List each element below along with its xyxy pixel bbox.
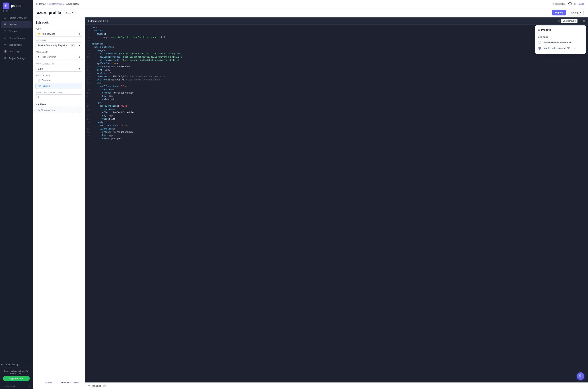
sidebar-item-audit-logs[interactable]: 📋 Audit Logs bbox=[1, 48, 31, 55]
new-manifest-label: New manifest bbox=[41, 109, 55, 111]
split-view-icon[interactable]: ⧉ bbox=[558, 19, 560, 23]
code-editor-area: hellouniverse 1.2.0 ⧉ Use defaults ⋮ ✕ 1… bbox=[85, 17, 588, 389]
code-line: 16 dbPassword: REPLACE_ME # Add base64 e… bbox=[85, 75, 588, 78]
pack-version-select[interactable]: 1.2.0 ▾ bbox=[35, 66, 82, 71]
preset-option-disable[interactable]: Disable Hello Universe API bbox=[538, 40, 583, 45]
registry-label: Registry bbox=[35, 40, 82, 42]
sidebar-bottom: Start small and only pay for what you us… bbox=[0, 368, 33, 383]
workspaces-icon: ⧉ bbox=[4, 43, 7, 46]
pack-details-section: Pack Details 📄 Readme </> Values bbox=[35, 74, 82, 89]
confirm-create-button[interactable]: Confirm & Create bbox=[56, 380, 82, 385]
sidebar: P palette 4.4.19 ⊞ Project Overview ☰ Pr… bbox=[0, 0, 33, 389]
registry-tag: oci bbox=[71, 44, 75, 46]
code-line: 1pack: bbox=[85, 26, 588, 29]
type-select[interactable]: 📂 App services ▾ bbox=[35, 31, 82, 37]
code-line: 28 key: app bbox=[85, 114, 588, 118]
close-icon[interactable]: ✕ bbox=[583, 19, 585, 22]
code-line: 17 authToken: REPLACE_ME # Add base64 en… bbox=[85, 78, 588, 82]
registry-select[interactable]: Palette Community Registry oci ▾ bbox=[35, 42, 82, 48]
topbar-current-profile: azure-profile bbox=[66, 3, 80, 5]
use-defaults-button[interactable]: Use defaults bbox=[561, 19, 578, 23]
code-line: 30 postgres: bbox=[85, 121, 588, 124]
pack-details-label: Pack Details bbox=[35, 74, 82, 77]
tenant-settings-icon: ⚙ bbox=[1, 363, 3, 366]
sidebar-item-tenant-settings[interactable]: ⚙ Tenant Settings bbox=[0, 362, 33, 367]
code-line: 22 key: app bbox=[85, 95, 588, 98]
topbar-project[interactable]: Default bbox=[39, 3, 46, 5]
radio-disable[interactable] bbox=[538, 41, 541, 44]
chevron-up-icon[interactable]: ∧ bbox=[538, 28, 540, 31]
chevron-down-icon: ▾ bbox=[580, 11, 581, 14]
plus-circle-icon: ⊕ bbox=[38, 109, 40, 111]
sidebar-item-label: Project Overview bbox=[9, 17, 27, 19]
docs-link[interactable]: Docs bbox=[579, 2, 584, 5]
sidebar-item-cluster-groups[interactable]: ⬡ Cluster Groups bbox=[1, 35, 31, 41]
preset-option-enable[interactable]: Enable Hello Universe API ← bbox=[538, 45, 583, 51]
pack-version-field: Pack Version i 1.2.0 ▾ bbox=[35, 63, 82, 71]
clusters-icon: ⬡ bbox=[4, 30, 7, 33]
chevron-down-icon: ▾ bbox=[79, 56, 80, 58]
sidebar-item-project-settings[interactable]: ⚙ Project Settings bbox=[1, 55, 31, 61]
chat-icon[interactable]: 💬 bbox=[568, 2, 572, 6]
cancel-button[interactable]: Cancel bbox=[42, 380, 55, 385]
deploy-button[interactable]: Deploy bbox=[552, 10, 566, 15]
sidebar-item-workspaces[interactable]: ⧉ Workspaces bbox=[1, 41, 31, 48]
install-order-input[interactable] bbox=[35, 95, 82, 100]
variables-bar[interactable]: ∨ Variables ? bbox=[85, 383, 588, 389]
pack-name-value: Hello Universe bbox=[41, 56, 56, 58]
version-selector[interactable]: 1.0.0 ▾ bbox=[64, 10, 75, 15]
variables-info-icon[interactable]: ? bbox=[103, 385, 106, 387]
cluster-groups-icon: ⬡ bbox=[4, 36, 7, 39]
code-line: 5 bbox=[85, 39, 588, 42]
upgrade-button[interactable]: Upgrade now bbox=[3, 376, 30, 381]
topbar-actions: 1.29/100kCh 💬 ⊕ Docs bbox=[552, 2, 584, 6]
content-area: Edit pack Type 📂 App services ▾ Registry… bbox=[33, 17, 588, 389]
radio-enable[interactable] bbox=[538, 47, 541, 50]
logo-icon: P bbox=[3, 2, 9, 9]
pack-version-label: Pack Version i bbox=[35, 63, 82, 65]
help-icon[interactable]: ⊕ bbox=[574, 2, 576, 6]
sidebar-item-clusters[interactable]: ⬡ Clusters bbox=[1, 28, 31, 34]
sidebar-nav: ⊞ Project Overview ☰ Profiles ⬡ Clusters… bbox=[0, 14, 33, 361]
pack-name-select[interactable]: ✦ Hello Universe ▾ bbox=[35, 54, 82, 60]
code-line: 3 images: bbox=[85, 32, 588, 36]
sidebar-item-profiles[interactable]: ☰ Profiles bbox=[1, 21, 31, 28]
code-line: 14 port: 8080 bbox=[85, 68, 588, 72]
settings-label: Settings bbox=[570, 11, 579, 14]
more-options-icon[interactable]: ⋮ bbox=[579, 19, 582, 22]
app-version: 4.4.19 bbox=[0, 10, 33, 14]
settings-button[interactable]: Settings ▾ bbox=[568, 10, 584, 15]
search-fab[interactable]: 🔍 bbox=[577, 372, 584, 380]
registry-field: Registry Palette Community Registry oci … bbox=[35, 40, 82, 48]
code-line: 34 key: app bbox=[85, 134, 588, 137]
chevron-down-icon: ▾ bbox=[72, 11, 73, 14]
code-line: 11 hellouniversedb: ghcr.io/spectrocloud… bbox=[85, 59, 588, 62]
profiles-icon: ☰ bbox=[4, 23, 7, 26]
code-tab-label[interactable]: hellouniverse 1.2.0 bbox=[88, 20, 108, 22]
collapse-icon[interactable]: ‹ bbox=[29, 385, 30, 387]
values-label: Values bbox=[43, 84, 50, 87]
breadcrumb: ⊞ Default / Cluster Profiles / azure-pro… bbox=[36, 3, 550, 5]
app-services-icon: 📂 bbox=[38, 32, 41, 35]
pack-icon: ✦ bbox=[38, 55, 40, 58]
pack-version-info-icon[interactable]: i bbox=[53, 63, 55, 65]
sidebar-item-project-overview[interactable]: ⊞ Project Overview bbox=[1, 15, 31, 21]
code-line: 35 value: postgres bbox=[85, 137, 588, 140]
code-line: 24 api: bbox=[85, 101, 588, 104]
new-manifest-button[interactable]: ⊕ New manifest bbox=[35, 107, 82, 113]
type-value: App services bbox=[42, 32, 55, 35]
preset-disable-label: Disable Hello Universe API bbox=[543, 41, 571, 44]
preset-enable-label: Enable Hello Universe API bbox=[543, 47, 570, 49]
code-line: 19 useTolerations: false bbox=[85, 85, 588, 88]
code-line: 4 - image: ghcr.io/spectrocloud/hello-un… bbox=[85, 36, 588, 39]
presets-title: ∧ Presets bbox=[538, 28, 551, 31]
sidebar-item-label: Profiles bbox=[9, 23, 17, 26]
code-line: 20 tolerations: bbox=[85, 88, 588, 91]
chevron-down-icon: ∨ bbox=[88, 385, 90, 387]
topbar-cluster-profiles[interactable]: Cluster Profiles bbox=[49, 3, 63, 5]
code-line: 33 effect: PreferNoSchedule bbox=[85, 130, 588, 134]
profile-title: azure-profile bbox=[37, 10, 61, 15]
readme-item[interactable]: 📄 Readme bbox=[35, 77, 82, 83]
sidebar-item-label: Audit Logs bbox=[9, 50, 20, 53]
values-item[interactable]: </> Values bbox=[35, 83, 82, 89]
